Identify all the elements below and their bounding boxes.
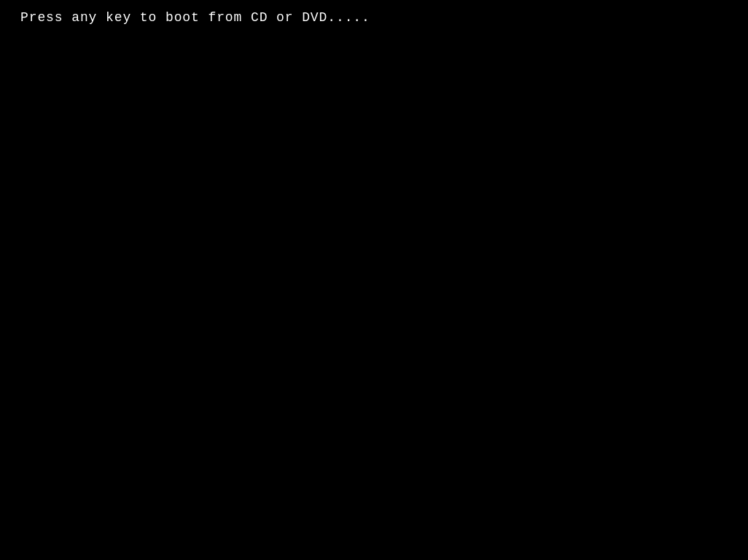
boot-screen: Press any key to boot from CD or DVD....… [0,0,748,560]
boot-prompt-text: Press any key to boot from CD or DVD....… [20,10,370,25]
